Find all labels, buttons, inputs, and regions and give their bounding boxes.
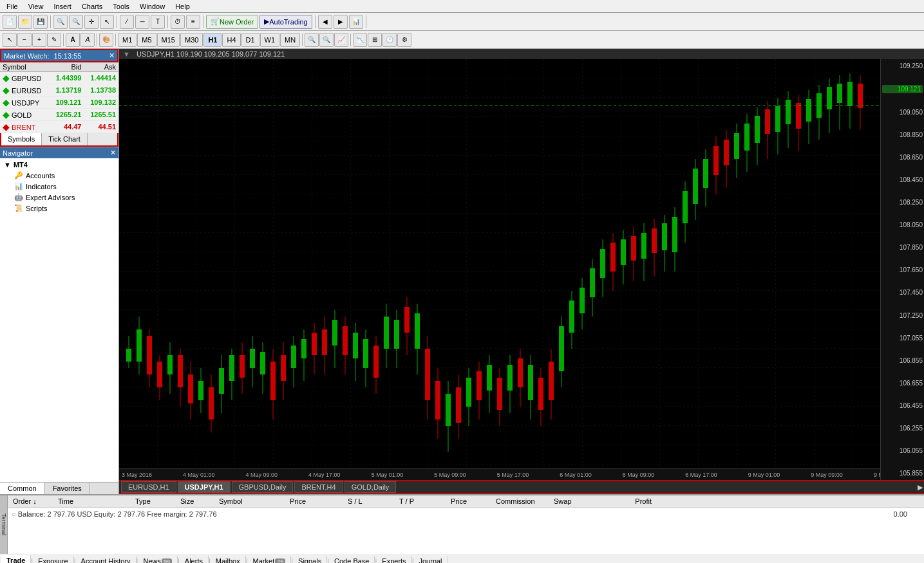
term-tab-code-base[interactable]: Code Base <box>329 556 375 564</box>
terminal-tabs: Trade | Exposure | Account History | New… <box>0 554 924 563</box>
navigator-header: Navigator ✕ <box>0 147 118 158</box>
term-tab-account-history[interactable]: Account History <box>76 556 137 564</box>
navigator-close[interactable]: ✕ <box>110 149 116 157</box>
term-tab-journal[interactable]: Journal <box>413 556 448 564</box>
market-watch-row[interactable]: ◆ GOLD 1265.21 1265.51 <box>0 109 118 121</box>
market-watch-row[interactable]: ◆ GBPUSD 1.44399 1.44414 <box>0 72 118 84</box>
font-bold-btn[interactable]: A <box>66 33 80 47</box>
m1-btn[interactable]: M1 <box>118 33 137 47</box>
svg-rect-121 <box>724 140 729 165</box>
m15-btn[interactable]: M15 <box>157 33 180 47</box>
chart-canvas[interactable]: 109.250 109.121 109.050 108.850 108.650 … <box>119 59 924 480</box>
history-center-btn[interactable]: 📊 <box>349 15 363 29</box>
autotrading-btn[interactable]: ▶ AutoTrading <box>259 15 312 29</box>
w1-btn[interactable]: W1 <box>260 33 280 47</box>
mw-bid: 1.13719 <box>50 84 84 97</box>
menu-tools[interactable]: Tools <box>108 1 135 12</box>
tree-accounts[interactable]: 🔑 Accounts <box>1 170 117 181</box>
new-chart-btn[interactable]: 📄 <box>3 15 17 29</box>
svg-rect-99 <box>610 243 616 272</box>
hline-btn[interactable]: ─ <box>135 15 149 29</box>
nav-tab-common[interactable]: Common <box>0 483 45 494</box>
chart-tab-usdjpy[interactable]: USDJPY,H1 <box>178 481 231 493</box>
market-watch-row[interactable]: ◆ USDJPY 109.121 109.132 <box>0 97 118 109</box>
minus-btn[interactable]: − <box>17 33 32 47</box>
config-btn[interactable]: ⚙ <box>397 33 411 47</box>
mn-btn[interactable]: MN <box>280 33 300 47</box>
new-order-btn[interactable]: 🛒 New Order <box>206 15 258 29</box>
sep8 <box>97 33 97 46</box>
h4-btn[interactable]: H4 <box>222 33 240 47</box>
mw-tab-tick-chart[interactable]: Tick Chart <box>42 133 88 145</box>
mw-ask: 109.132 <box>84 97 118 109</box>
period-sep-btn[interactable]: ⊞ <box>368 33 382 47</box>
text-btn[interactable]: T <box>151 15 165 29</box>
menu-window[interactable]: Window <box>135 1 170 12</box>
cursor-btn[interactable]: ↖ <box>100 15 114 29</box>
clock-btn[interactable]: 🕐 <box>382 33 397 47</box>
menu-help[interactable]: Help <box>170 1 195 12</box>
term-tab-trade[interactable]: Trade <box>1 555 31 564</box>
color-btn[interactable]: 🎨 <box>99 33 113 47</box>
chart-tab-gold[interactable]: GOLD,Daily <box>344 481 397 493</box>
tree-expert-advisors[interactable]: 🤖 Expert Advisors <box>1 192 117 203</box>
terminal-side-tab[interactable]: Terminal <box>0 495 8 554</box>
term-tab-market[interactable]: Market25 <box>248 556 292 564</box>
chart-tab-brent[interactable]: BRENT,H4 <box>294 481 343 493</box>
market-watch-row[interactable]: ◆ BRENT 44.47 44.51 <box>0 121 118 133</box>
mt4-icon: ▼ <box>4 161 11 169</box>
tree-mt4[interactable]: ▼ MT4 <box>1 160 117 170</box>
term-tab-exposure[interactable]: Exposure <box>33 556 73 564</box>
menu-charts[interactable]: Charts <box>77 1 108 12</box>
mw-tab-symbols[interactable]: Symbols <box>1 133 42 145</box>
svg-rect-11 <box>157 362 162 387</box>
term-tab-mailbox[interactable]: Mailbox <box>211 556 246 564</box>
m30-btn[interactable]: M30 <box>180 33 203 47</box>
navigator-tree[interactable]: ▼ MT4 🔑 Accounts 📊 Indicators 🤖 Expert A… <box>0 158 118 482</box>
balance-row: ○ Balance: 2 797.76 USD Equity: 2 797.76… <box>12 510 920 518</box>
time-3: 4 May 17:00 <box>308 472 341 478</box>
market-watch-close[interactable]: ✕ <box>109 51 115 60</box>
arrow-btn[interactable]: ↖ <box>3 33 17 47</box>
draw-btn[interactable]: ✎ <box>47 33 61 47</box>
svg-rect-93 <box>580 288 585 313</box>
svg-rect-53 <box>373 346 379 378</box>
mw-ask: 44.51 <box>84 121 118 133</box>
chart-tab-gbpusd[interactable]: GBPUSD,Daily <box>232 481 294 493</box>
svg-rect-81 <box>518 358 523 387</box>
zoom-in2-btn[interactable]: 🔍 <box>305 33 319 47</box>
zoom-out-btn[interactable]: 🔍 <box>69 15 83 29</box>
plus-btn[interactable]: + <box>32 33 46 47</box>
back-test-btn[interactable]: ◀ <box>318 15 332 29</box>
term-tab-news[interactable]: News99 <box>138 556 178 564</box>
svg-rect-133 <box>786 100 791 124</box>
nav-tab-favorites[interactable]: Favorites <box>45 483 90 494</box>
indicators-btn[interactable]: 📉 <box>353 33 367 47</box>
menu-file[interactable]: File <box>1 1 23 12</box>
template-btn[interactable]: ≡ <box>186 15 200 29</box>
zoom-out2-btn[interactable]: 🔍 <box>319 33 334 47</box>
chart-type-btn[interactable]: 📈 <box>334 33 348 47</box>
menu-insert[interactable]: Insert <box>48 1 77 12</box>
d1-btn[interactable]: D1 <box>241 33 259 47</box>
zoom-in-btn[interactable]: 🔍 <box>53 15 68 29</box>
save-btn[interactable]: 💾 <box>33 15 48 29</box>
term-tab-signals[interactable]: Signals <box>293 556 327 564</box>
term-tab-experts[interactable]: Experts <box>377 556 411 564</box>
line-btn[interactable]: ⁄ <box>120 15 134 29</box>
tree-indicators[interactable]: 📊 Indicators <box>1 181 117 192</box>
tree-scripts[interactable]: 📜 Scripts <box>1 203 117 214</box>
font-italic-btn[interactable]: A <box>80 33 95 47</box>
m5-btn[interactable]: M5 <box>137 33 156 47</box>
market-watch-row[interactable]: ◆ EURUSD 1.13719 1.13738 <box>0 84 118 97</box>
chart-tabs-scroll-right[interactable]: ▶ <box>918 483 923 492</box>
crosshair-btn[interactable]: ✛ <box>84 15 99 29</box>
open-btn[interactable]: 📁 <box>18 15 32 29</box>
period-btn[interactable]: ⏱ <box>171 15 185 29</box>
chart-tab-eurusd[interactable]: EURUSD,H1 <box>121 481 176 493</box>
col-type: Type <box>133 497 178 506</box>
term-tab-alerts[interactable]: Alerts <box>180 556 209 564</box>
menu-view[interactable]: View <box>23 1 49 12</box>
forward-btn[interactable]: ▶ <box>334 15 348 29</box>
h1-btn[interactable]: H1 <box>203 33 222 47</box>
